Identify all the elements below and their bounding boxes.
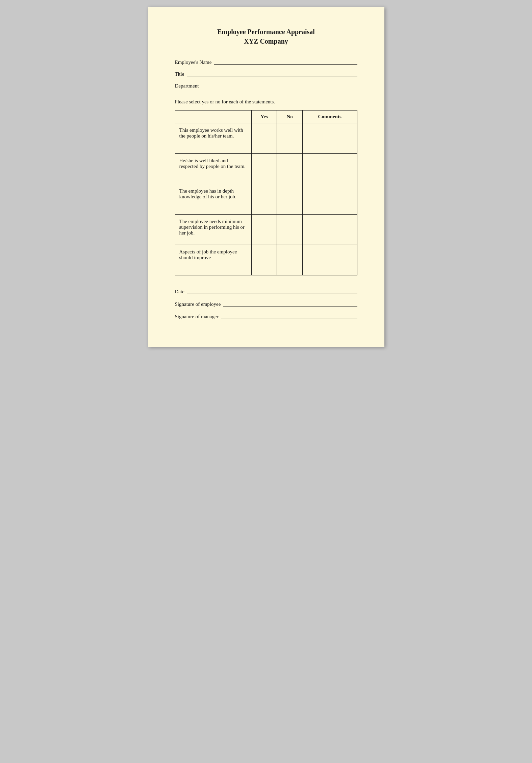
title-line — [187, 76, 357, 76]
row-4-statement: Aspects of job the employee should impro… — [175, 245, 251, 275]
header-no: No — [277, 110, 302, 123]
header-statement — [175, 110, 251, 123]
manager-sig-row: Signature of manager — [175, 314, 357, 320]
row-2-yes — [251, 184, 277, 215]
header-yes: Yes — [251, 110, 277, 123]
row-1-comments — [302, 154, 357, 184]
table-row: The employee needs minimum supervision i… — [175, 215, 357, 245]
row-3-yes — [251, 215, 277, 245]
employee-name-line — [214, 64, 357, 65]
row-4-no — [277, 245, 302, 275]
title-section: Employee Performance Appraisal XYZ Compa… — [175, 27, 357, 46]
row-0-comments — [302, 123, 357, 154]
date-row: Date — [175, 289, 357, 295]
department-row: Department — [175, 83, 357, 89]
row-0-yes — [251, 123, 277, 154]
employee-sig-row: Signature of employee — [175, 301, 357, 307]
row-2-statement: The employee has in depth knowledge of h… — [175, 184, 251, 215]
employee-fields: Employee's Name Title Department — [175, 59, 357, 89]
row-0-statement: This employee works well with the people… — [175, 123, 251, 154]
form-title-line2: XYZ Company — [175, 36, 357, 46]
form-title-line1: Employee Performance Appraisal — [175, 27, 357, 36]
table-row: This employee works well with the people… — [175, 123, 357, 154]
instructions-text: Please select yes or no for each of the … — [175, 99, 357, 105]
date-line — [187, 294, 357, 294]
row-3-no — [277, 215, 302, 245]
row-2-no — [277, 184, 302, 215]
title-label: Title — [175, 71, 184, 77]
employee-name-row: Employee's Name — [175, 59, 357, 65]
employee-sig-label: Signature of employee — [175, 301, 221, 307]
table-row: Aspects of job the employee should impro… — [175, 245, 357, 275]
table-header-row: Yes No Comments — [175, 110, 357, 123]
table-row: The employee has in depth knowledge of h… — [175, 184, 357, 215]
appraisal-table: Yes No Comments This employee works well… — [175, 110, 357, 275]
employee-name-label: Employee's Name — [175, 59, 212, 65]
date-label: Date — [175, 289, 184, 295]
title-row: Title — [175, 71, 357, 77]
row-1-no — [277, 154, 302, 184]
table-row: He/she is well liked and respected by pe… — [175, 154, 357, 184]
row-3-statement: The employee needs minimum supervision i… — [175, 215, 251, 245]
row-0-no — [277, 123, 302, 154]
department-line — [201, 88, 357, 88]
row-4-comments — [302, 245, 357, 275]
manager-sig-label: Signature of manager — [175, 314, 219, 320]
row-1-yes — [251, 154, 277, 184]
signature-section: Date Signature of employee Signature of … — [175, 289, 357, 320]
row-1-statement: He/she is well liked and respected by pe… — [175, 154, 251, 184]
manager-sig-line — [221, 319, 357, 319]
row-3-comments — [302, 215, 357, 245]
row-4-yes — [251, 245, 277, 275]
row-2-comments — [302, 184, 357, 215]
appraisal-form: Employee Performance Appraisal XYZ Compa… — [148, 7, 384, 347]
department-label: Department — [175, 83, 199, 89]
employee-sig-line — [223, 306, 357, 306]
header-comments: Comments — [302, 110, 357, 123]
